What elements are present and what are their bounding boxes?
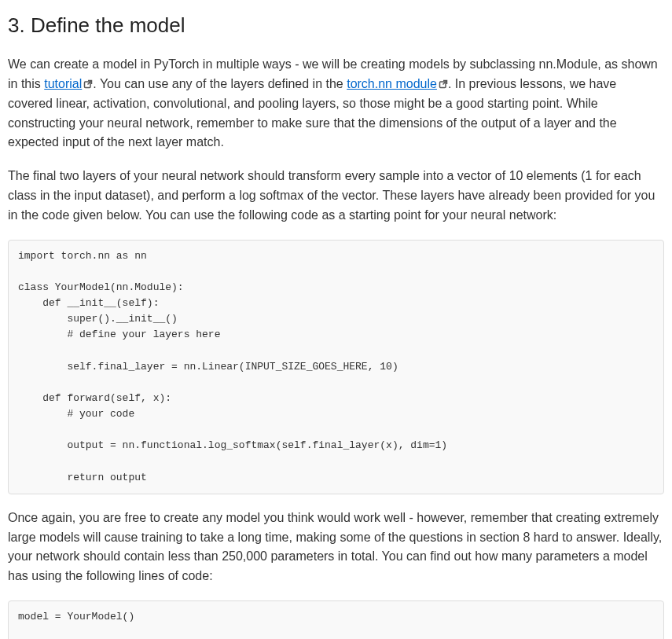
section-heading: 3. Define the model — [8, 9, 664, 41]
external-link-icon — [439, 75, 448, 85]
paragraph-3: Once again, you are free to create any m… — [8, 509, 664, 586]
tutorial-link[interactable]: tutorial — [44, 77, 82, 90]
external-link-icon — [83, 75, 93, 85]
code-block-param-count: model = YourModel() print(sum([torch.pro… — [8, 600, 664, 639]
torch-nn-module-link[interactable]: torch.nn module — [347, 77, 437, 90]
code-block-model-definition: import torch.nn as nn class YourModel(nn… — [8, 240, 664, 494]
paragraph-2: The final two layers of your neural netw… — [8, 167, 664, 225]
para1-text-2: . You can use any of the layers defined … — [93, 77, 347, 90]
paragraph-1: We can create a model in PyTorch in mult… — [8, 55, 664, 152]
